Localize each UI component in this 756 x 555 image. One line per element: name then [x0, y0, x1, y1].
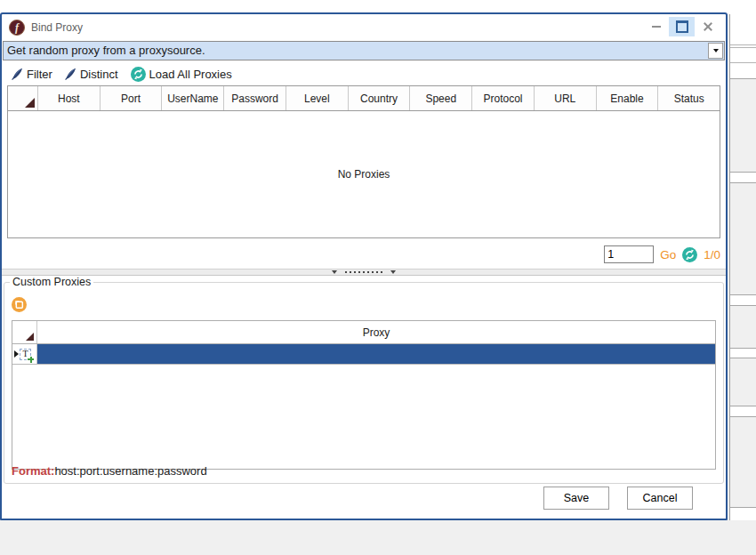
- column-header-enable[interactable]: Enable: [597, 86, 659, 110]
- combobox-dropdown-button[interactable]: [708, 43, 723, 59]
- refresh-icon: [131, 67, 146, 82]
- column-header-host[interactable]: Host: [38, 86, 101, 110]
- close-button[interactable]: [695, 17, 720, 36]
- corner-triangle-icon: [26, 333, 34, 341]
- column-header-status[interactable]: Status: [658, 86, 720, 110]
- minimize-icon: [652, 26, 661, 28]
- proxy-toolbar: Filter Distinct Load All Proxies: [2, 63, 726, 84]
- app-icon: f: [9, 20, 25, 36]
- column-header-protocol[interactable]: Protocol: [472, 86, 535, 110]
- corner-triangle-icon: [25, 98, 35, 108]
- page-number-input[interactable]: [604, 245, 654, 263]
- cancel-button[interactable]: Cancel: [627, 487, 693, 510]
- custom-proxies-group-label: Custom Proxies: [10, 276, 93, 288]
- combobox-selected-value: Get random proxy from a proxysource.: [4, 42, 707, 60]
- format-hint-value: host:port:username:password: [54, 464, 206, 478]
- save-button[interactable]: Save: [543, 487, 609, 510]
- window-controls: [643, 17, 720, 36]
- column-header-level[interactable]: Level: [286, 86, 349, 110]
- column-header-username[interactable]: UserName: [162, 86, 224, 110]
- background-window: [729, 14, 756, 520]
- splitter-handle[interactable]: [2, 269, 726, 276]
- splitter-grip-dots: [345, 271, 382, 273]
- bind-proxy-dialog: f Bind Proxy Get random proxy from a pro…: [0, 12, 728, 520]
- minimize-button[interactable]: [643, 17, 669, 36]
- distinct-button[interactable]: Distinct: [65, 68, 118, 81]
- custom-proxies-toolbar: [12, 295, 27, 313]
- column-header-url[interactable]: URL: [535, 86, 597, 110]
- maximize-icon: [676, 20, 688, 33]
- load-all-proxies-label: Load All Proxies: [149, 68, 232, 81]
- custom-proxies-table: Proxy T: [12, 320, 716, 470]
- filter-label: Filter: [27, 68, 52, 81]
- splitter-arrow-icon: [332, 270, 337, 274]
- splitter-arrow-icon: [390, 270, 396, 274]
- empty-table-message: No Proxies: [338, 168, 390, 181]
- distinct-label: Distinct: [80, 68, 118, 81]
- proxies-table-body: No Proxies: [8, 111, 720, 237]
- custom-proxy-row[interactable]: T: [12, 344, 715, 365]
- background-row-divider: [730, 62, 756, 63]
- column-header-password[interactable]: Password: [224, 86, 286, 110]
- background-panel: [730, 182, 756, 295]
- go-button[interactable]: Go: [660, 248, 676, 261]
- edit-text-icon: T: [20, 349, 31, 360]
- column-header-country[interactable]: Country: [349, 86, 411, 110]
- feather-pen-icon: [12, 68, 23, 80]
- close-icon: [703, 21, 713, 32]
- pagination-bar: Go 1/0: [604, 244, 720, 265]
- column-header-speed[interactable]: Speed: [410, 86, 472, 110]
- window-title: Bind Proxy: [31, 21, 83, 34]
- format-hint: Format:host:port:username:password: [12, 464, 207, 478]
- maximize-button[interactable]: [669, 17, 695, 36]
- background-panel: [730, 78, 756, 173]
- refresh-icon[interactable]: [682, 247, 697, 262]
- page-count-label: 1/0: [704, 248, 720, 261]
- proxies-table-header: Host Port UserName Password Level Countr…: [8, 86, 720, 111]
- filter-button[interactable]: Filter: [12, 68, 52, 81]
- background-row-divider: [730, 44, 756, 45]
- column-header-port[interactable]: Port: [101, 86, 163, 110]
- custom-proxies-table-header: Proxy: [12, 321, 715, 344]
- background-panel: [730, 305, 756, 349]
- background-row-divider: [730, 47, 756, 48]
- format-hint-label: Format:: [12, 464, 54, 478]
- feather-pen-icon: [65, 68, 76, 80]
- load-all-proxies-button[interactable]: Load All Proxies: [131, 67, 232, 82]
- custom-proxies-group: Custom Proxies Proxy T Format:host:port:…: [4, 276, 724, 484]
- proxies-table: Host Port UserName Password Level Countr…: [7, 85, 720, 238]
- custom-proxies-table-body: [12, 365, 715, 469]
- table-corner-selector[interactable]: [8, 86, 38, 110]
- current-row-marker-icon: [14, 350, 19, 358]
- background-panel: [730, 416, 756, 508]
- row-header-cell[interactable]: T: [12, 344, 37, 364]
- proxy-edit-cell[interactable]: [37, 344, 715, 364]
- add-plus-icon: [28, 357, 34, 363]
- paste-icon[interactable]: [12, 297, 27, 312]
- background-panel: [730, 358, 756, 406]
- title-bar: f Bind Proxy: [2, 14, 726, 41]
- chevron-down-icon: [713, 49, 719, 52]
- table-corner-selector[interactable]: [12, 321, 37, 343]
- proxy-source-combobox[interactable]: Get random proxy from a proxysource.: [3, 41, 725, 60]
- column-header-proxy[interactable]: Proxy: [37, 321, 715, 343]
